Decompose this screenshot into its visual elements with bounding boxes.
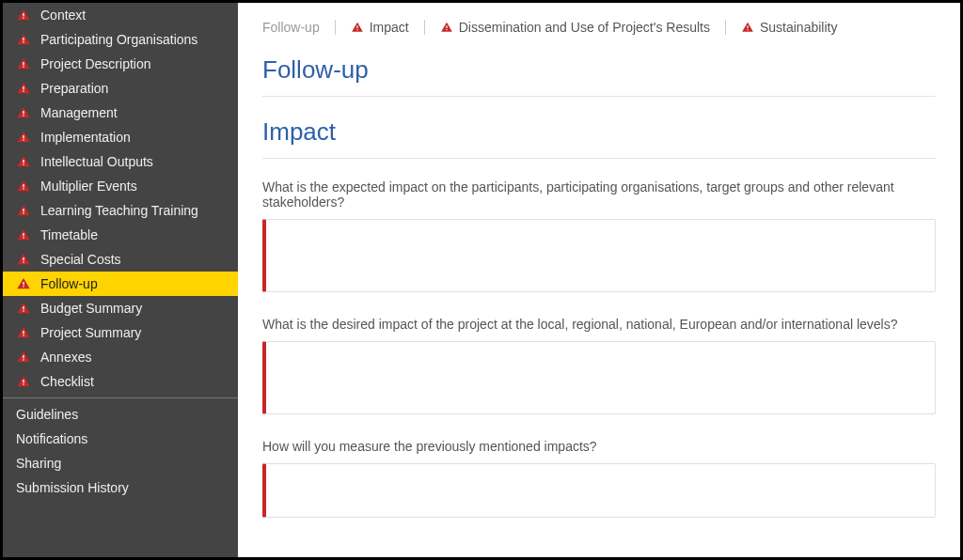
warning-triangle-icon <box>16 154 31 169</box>
warning-triangle-icon <box>16 203 31 218</box>
sidebar-link-label: Submission History <box>16 480 129 495</box>
warning-triangle-icon <box>16 325 31 340</box>
question-2: What is the desired impact of the projec… <box>262 317 936 332</box>
sidebar-item-label: Timetable <box>40 227 98 242</box>
sidebar-item-checklist[interactable]: Checklist <box>3 369 238 394</box>
sidebar-item-label: Participating Organisations <box>40 32 197 47</box>
warning-triangle-icon <box>741 21 754 34</box>
sidebar-link-label: Sharing <box>16 456 61 471</box>
warning-triangle-icon <box>16 81 31 96</box>
sidebar-link-label: Guidelines <box>16 407 78 422</box>
sidebar-item-follow-up[interactable]: Follow-up <box>3 272 238 296</box>
sidebar: ContextParticipating OrganisationsProjec… <box>3 3 238 557</box>
sidebar-item-label: Management <box>40 105 118 120</box>
tab-label: Impact <box>370 20 409 35</box>
sidebar-link-notifications[interactable]: Notifications <box>3 427 238 451</box>
sidebar-item-context[interactable]: Context <box>3 3 238 27</box>
warning-triangle-icon <box>16 105 31 120</box>
sidebar-item-project-description[interactable]: Project Description <box>3 52 238 76</box>
tab-label: Follow-up <box>262 20 320 35</box>
warning-triangle-icon <box>16 56 31 71</box>
sidebar-item-label: Annexes <box>40 350 91 365</box>
sidebar-item-participating-organisations[interactable]: Participating Organisations <box>3 27 238 52</box>
warning-triangle-icon <box>16 179 31 194</box>
sidebar-item-label: Checklist <box>40 374 94 389</box>
sidebar-item-intellectual-outputs[interactable]: Intellectual Outputs <box>3 149 238 174</box>
sidebar-item-label: Preparation <box>40 81 108 96</box>
warning-triangle-icon <box>16 374 31 389</box>
warning-triangle-icon <box>16 350 31 365</box>
sidebar-item-special-costs[interactable]: Special Costs <box>3 247 238 272</box>
tab-label: Sustainability <box>760 20 838 35</box>
main-content: Follow-upImpactDissemination and Use of … <box>238 3 960 557</box>
sidebar-item-annexes[interactable]: Annexes <box>3 345 238 369</box>
warning-triangle-icon <box>16 32 31 47</box>
sidebar-item-preparation[interactable]: Preparation <box>3 76 238 101</box>
sidebar-item-project-summary[interactable]: Project Summary <box>3 320 238 345</box>
warning-triangle-icon <box>351 21 364 34</box>
sidebar-item-timetable[interactable]: Timetable <box>3 223 238 247</box>
answer-1-field[interactable] <box>262 219 936 292</box>
section-tabs: Follow-upImpactDissemination and Use of … <box>262 20 936 35</box>
divider <box>262 158 936 159</box>
question-1: What is the expected impact on the parti… <box>262 179 936 210</box>
tab-impact[interactable]: Impact <box>335 20 424 35</box>
sidebar-item-label: Implementation <box>40 130 131 145</box>
sidebar-item-label: Multiplier Events <box>40 179 137 194</box>
sidebar-secondary: GuidelinesNotificationsSharingSubmission… <box>3 397 238 500</box>
sidebar-item-implementation[interactable]: Implementation <box>3 125 238 149</box>
sidebar-link-sharing[interactable]: Sharing <box>3 451 238 475</box>
tab-follow-up[interactable]: Follow-up <box>262 20 335 35</box>
warning-triangle-icon <box>16 301 31 316</box>
sidebar-item-label: Project Description <box>40 56 151 71</box>
sidebar-link-guidelines[interactable]: Guidelines <box>3 402 238 427</box>
sidebar-item-learning-teaching-training[interactable]: Learning Teaching Training <box>3 198 238 223</box>
sidebar-item-label: Special Costs <box>40 252 121 267</box>
warning-triangle-icon <box>16 8 31 23</box>
sidebar-item-management[interactable]: Management <box>3 101 238 125</box>
question-3: How will you measure the previously ment… <box>262 439 936 454</box>
heading-followup: Follow-up <box>262 55 936 85</box>
sidebar-item-budget-summary[interactable]: Budget Summary <box>3 296 238 320</box>
sidebar-link-label: Notifications <box>16 431 87 446</box>
tab-label: Dissemination and Use of Project's Resul… <box>459 20 710 35</box>
warning-triangle-icon <box>16 252 31 267</box>
warning-triangle-icon <box>440 21 453 34</box>
tab-sustainability[interactable]: Sustainability <box>725 20 853 35</box>
answer-3-field[interactable] <box>262 463 936 518</box>
sidebar-item-label: Intellectual Outputs <box>40 154 153 169</box>
sidebar-item-label: Learning Teaching Training <box>40 203 198 218</box>
warning-triangle-icon <box>16 276 31 291</box>
sidebar-link-submission-history[interactable]: Submission History <box>3 475 238 500</box>
sidebar-item-multiplier-events[interactable]: Multiplier Events <box>3 174 238 198</box>
sidebar-item-label: Follow-up <box>40 276 98 291</box>
tab-dissemination-and-use-of-project-s-results[interactable]: Dissemination and Use of Project's Resul… <box>424 20 725 35</box>
heading-impact: Impact <box>262 117 936 147</box>
warning-triangle-icon <box>16 227 31 242</box>
answer-2-field[interactable] <box>262 341 936 414</box>
divider <box>262 96 936 97</box>
sidebar-item-label: Budget Summary <box>40 301 142 316</box>
warning-triangle-icon <box>16 130 31 145</box>
sidebar-item-label: Project Summary <box>40 325 141 340</box>
sidebar-nav: ContextParticipating OrganisationsProjec… <box>3 3 238 394</box>
sidebar-item-label: Context <box>40 8 86 23</box>
